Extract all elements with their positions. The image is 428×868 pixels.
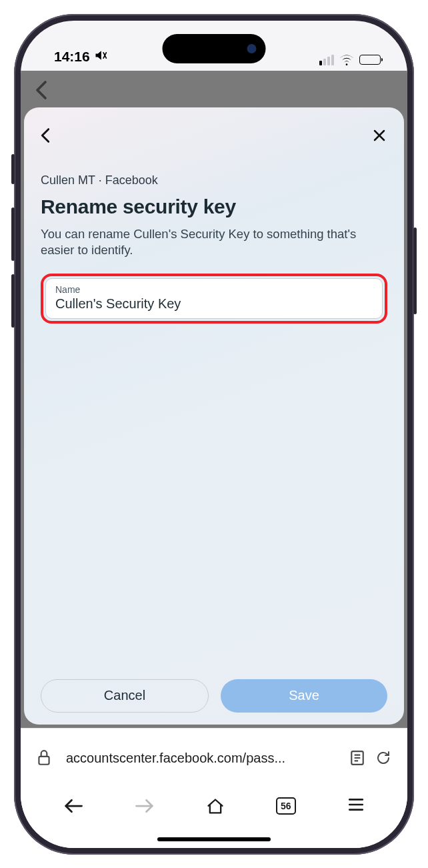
name-field-label: Name bbox=[55, 284, 373, 295]
nav-forward-button[interactable] bbox=[135, 797, 155, 815]
reader-icon[interactable] bbox=[350, 750, 365, 766]
volume-up-button bbox=[11, 207, 15, 261]
wifi-icon bbox=[339, 55, 354, 65]
reload-icon[interactable] bbox=[375, 750, 391, 766]
browser-address-bar: accountscenter.facebook.com/pass... bbox=[21, 728, 407, 788]
home-indicator[interactable] bbox=[157, 837, 271, 841]
dynamic-island bbox=[163, 34, 266, 63]
power-button bbox=[413, 228, 417, 314]
page-title: Rename security key bbox=[41, 195, 387, 218]
svg-rect-2 bbox=[39, 757, 49, 765]
nav-tabs-button[interactable]: 56 bbox=[276, 797, 296, 815]
modal-topbar bbox=[41, 124, 387, 147]
nav-home-button[interactable] bbox=[206, 797, 225, 816]
battery-icon bbox=[359, 55, 381, 65]
tab-count: 56 bbox=[276, 797, 296, 815]
name-field[interactable]: Name bbox=[45, 278, 383, 319]
action-buttons: Cancel Save bbox=[41, 679, 387, 713]
page-description: You can rename Cullen's Security Key to … bbox=[41, 226, 387, 260]
backdrop-back-icon bbox=[35, 80, 47, 103]
breadcrumb: Cullen MT · Facebook bbox=[41, 173, 387, 187]
cellular-signal-icon bbox=[319, 55, 334, 65]
cancel-button[interactable]: Cancel bbox=[41, 679, 209, 713]
name-field-highlight: Name bbox=[41, 274, 387, 324]
status-right bbox=[319, 55, 381, 65]
rename-modal: Cullen MT · Facebook Rename security key… bbox=[24, 107, 404, 725]
page-backdrop: Cullen MT · Facebook Rename security key… bbox=[21, 71, 407, 728]
front-camera bbox=[247, 44, 257, 53]
name-input[interactable] bbox=[55, 296, 373, 312]
url-text[interactable]: accountscenter.facebook.com/pass... bbox=[62, 751, 339, 766]
lock-icon bbox=[37, 749, 51, 767]
save-button[interactable]: Save bbox=[221, 679, 387, 713]
back-button[interactable] bbox=[41, 127, 50, 143]
nav-menu-button[interactable] bbox=[347, 797, 365, 812]
nav-back-button[interactable] bbox=[63, 797, 83, 815]
silence-switch bbox=[11, 154, 15, 184]
status-left: 14:16 bbox=[54, 49, 107, 65]
phone-screen: 14:16 bbox=[21, 21, 407, 848]
volume-down-button bbox=[11, 274, 15, 328]
clock: 14:16 bbox=[54, 49, 90, 65]
silent-icon bbox=[94, 49, 107, 65]
close-button[interactable] bbox=[371, 127, 387, 143]
phone-frame: 14:16 bbox=[14, 14, 414, 855]
